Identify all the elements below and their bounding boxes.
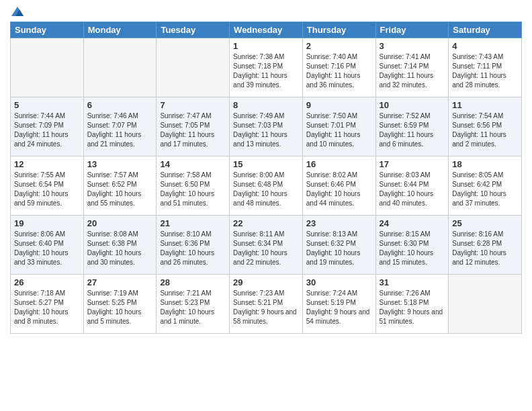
day-number: 22 <box>233 218 299 228</box>
weekday-header-friday: Friday <box>375 22 449 38</box>
day-number: 8 <box>233 100 299 110</box>
day-number: 2 <box>306 41 372 51</box>
calendar-cell: 20Sunrise: 8:08 AMSunset: 6:38 PMDayligh… <box>83 216 157 275</box>
calendar-cell: 19Sunrise: 8:06 AMSunset: 6:40 PMDayligh… <box>11 216 84 275</box>
calendar-cell: 30Sunrise: 7:24 AMSunset: 5:19 PMDayligh… <box>302 275 375 334</box>
calendar-cell: 22Sunrise: 8:11 AMSunset: 6:34 PMDayligh… <box>230 216 303 275</box>
day-number: 12 <box>14 159 80 169</box>
day-info: Sunrise: 7:44 AMSunset: 7:09 PMDaylight:… <box>14 111 80 149</box>
day-info: Sunrise: 8:15 AMSunset: 6:30 PMDaylight:… <box>380 230 445 267</box>
calendar-cell: 16Sunrise: 8:02 AMSunset: 6:46 PMDayligh… <box>302 156 375 216</box>
day-info: Sunrise: 8:16 AMSunset: 6:28 PMDaylight:… <box>452 230 518 267</box>
day-info: Sunrise: 7:49 AMSunset: 7:03 PMDaylight:… <box>233 111 299 149</box>
calendar-cell <box>83 38 157 97</box>
calendar-cell: 2Sunrise: 7:40 AMSunset: 7:16 PMDaylight… <box>302 38 375 97</box>
day-info: Sunrise: 7:58 AMSunset: 6:50 PMDaylight:… <box>160 171 226 208</box>
day-number: 3 <box>380 41 445 51</box>
day-info: Sunrise: 8:03 AMSunset: 6:44 PMDaylight:… <box>380 171 445 208</box>
day-info: Sunrise: 7:41 AMSunset: 7:14 PMDaylight:… <box>380 52 445 90</box>
day-number: 9 <box>306 100 372 110</box>
day-number: 18 <box>452 159 518 169</box>
day-number: 5 <box>14 100 80 110</box>
day-number: 20 <box>87 218 153 228</box>
day-info: Sunrise: 7:21 AMSunset: 5:23 PMDaylight:… <box>160 289 226 326</box>
day-info: Sunrise: 8:13 AMSunset: 6:32 PMDaylight:… <box>306 230 372 267</box>
day-number: 26 <box>14 277 80 287</box>
day-number: 29 <box>233 277 299 287</box>
calendar-cell: 4Sunrise: 7:43 AMSunset: 7:11 PMDaylight… <box>449 38 522 97</box>
calendar-cell: 6Sunrise: 7:46 AMSunset: 7:07 PMDaylight… <box>83 97 157 156</box>
calendar-cell: 21Sunrise: 8:10 AMSunset: 6:36 PMDayligh… <box>157 216 230 275</box>
day-number: 31 <box>380 277 445 287</box>
day-number: 6 <box>87 100 153 110</box>
weekday-header-monday: Monday <box>83 22 157 38</box>
calendar-cell: 5Sunrise: 7:44 AMSunset: 7:09 PMDaylight… <box>11 97 84 156</box>
day-info: Sunrise: 8:05 AMSunset: 6:42 PMDaylight:… <box>452 171 518 208</box>
calendar-cell <box>449 275 522 334</box>
day-number: 24 <box>380 218 445 228</box>
day-info: Sunrise: 7:57 AMSunset: 6:52 PMDaylight:… <box>87 171 153 208</box>
calendar-week-row: 19Sunrise: 8:06 AMSunset: 6:40 PMDayligh… <box>11 216 522 275</box>
day-info: Sunrise: 8:11 AMSunset: 6:34 PMDaylight:… <box>233 230 299 267</box>
calendar-cell: 26Sunrise: 7:18 AMSunset: 5:27 PMDayligh… <box>11 275 84 334</box>
day-number: 7 <box>160 100 226 110</box>
day-number: 14 <box>160 159 226 169</box>
calendar-cell: 13Sunrise: 7:57 AMSunset: 6:52 PMDayligh… <box>83 156 157 216</box>
page-container: SundayMondayTuesdayWednesdayThursdayFrid… <box>0 0 532 340</box>
day-info: Sunrise: 7:43 AMSunset: 7:11 PMDaylight:… <box>452 52 518 90</box>
day-info: Sunrise: 8:10 AMSunset: 6:36 PMDaylight:… <box>160 230 226 267</box>
day-number: 4 <box>452 41 518 51</box>
calendar-week-row: 26Sunrise: 7:18 AMSunset: 5:27 PMDayligh… <box>11 275 522 334</box>
day-info: Sunrise: 7:50 AMSunset: 7:01 PMDaylight:… <box>306 111 372 149</box>
day-number: 1 <box>233 41 299 51</box>
weekday-header-wednesday: Wednesday <box>230 22 303 38</box>
logo <box>10 7 24 16</box>
day-info: Sunrise: 7:46 AMSunset: 7:07 PMDaylight:… <box>87 111 153 149</box>
day-info: Sunrise: 7:52 AMSunset: 6:59 PMDaylight:… <box>380 111 445 149</box>
day-info: Sunrise: 7:40 AMSunset: 7:16 PMDaylight:… <box>306 52 372 90</box>
day-number: 28 <box>160 277 226 287</box>
calendar-cell: 15Sunrise: 8:00 AMSunset: 6:48 PMDayligh… <box>230 156 303 216</box>
calendar-cell: 23Sunrise: 8:13 AMSunset: 6:32 PMDayligh… <box>302 216 375 275</box>
weekday-header-sunday: Sunday <box>11 22 84 38</box>
weekday-header-saturday: Saturday <box>449 22 522 38</box>
weekday-header-thursday: Thursday <box>302 22 375 38</box>
calendar-cell: 12Sunrise: 7:55 AMSunset: 6:54 PMDayligh… <box>11 156 84 216</box>
calendar-cell <box>157 38 230 97</box>
day-number: 30 <box>306 277 372 287</box>
day-number: 11 <box>452 100 518 110</box>
day-info: Sunrise: 7:23 AMSunset: 5:21 PMDaylight:… <box>233 289 299 326</box>
calendar-cell <box>11 38 84 97</box>
day-info: Sunrise: 7:47 AMSunset: 7:05 PMDaylight:… <box>160 111 226 149</box>
calendar-cell: 10Sunrise: 7:52 AMSunset: 6:59 PMDayligh… <box>375 97 449 156</box>
calendar-cell: 8Sunrise: 7:49 AMSunset: 7:03 PMDaylight… <box>230 97 303 156</box>
calendar-cell: 18Sunrise: 8:05 AMSunset: 6:42 PMDayligh… <box>449 156 522 216</box>
day-info: Sunrise: 7:19 AMSunset: 5:25 PMDaylight:… <box>87 289 153 326</box>
calendar-cell: 29Sunrise: 7:23 AMSunset: 5:21 PMDayligh… <box>230 275 303 334</box>
day-info: Sunrise: 8:06 AMSunset: 6:40 PMDaylight:… <box>14 230 80 267</box>
day-number: 15 <box>233 159 299 169</box>
calendar-cell: 1Sunrise: 7:38 AMSunset: 7:18 PMDaylight… <box>230 38 303 97</box>
calendar-table: SundayMondayTuesdayWednesdayThursdayFrid… <box>10 21 522 334</box>
calendar-cell: 31Sunrise: 7:26 AMSunset: 5:18 PMDayligh… <box>375 275 449 334</box>
calendar-cell: 9Sunrise: 7:50 AMSunset: 7:01 PMDaylight… <box>302 97 375 156</box>
day-info: Sunrise: 8:02 AMSunset: 6:46 PMDaylight:… <box>306 171 372 208</box>
day-info: Sunrise: 7:26 AMSunset: 5:18 PMDaylight:… <box>380 289 445 326</box>
day-info: Sunrise: 8:00 AMSunset: 6:48 PMDaylight:… <box>233 171 299 208</box>
page-header <box>10 7 522 16</box>
day-info: Sunrise: 7:38 AMSunset: 7:18 PMDaylight:… <box>233 52 299 90</box>
day-number: 17 <box>380 159 445 169</box>
logo-icon <box>11 7 24 16</box>
calendar-cell: 24Sunrise: 8:15 AMSunset: 6:30 PMDayligh… <box>375 216 449 275</box>
calendar-cell: 3Sunrise: 7:41 AMSunset: 7:14 PMDaylight… <box>375 38 449 97</box>
calendar-week-row: 12Sunrise: 7:55 AMSunset: 6:54 PMDayligh… <box>11 156 522 216</box>
calendar-week-row: 1Sunrise: 7:38 AMSunset: 7:18 PMDaylight… <box>11 38 522 97</box>
day-number: 21 <box>160 218 226 228</box>
calendar-week-row: 5Sunrise: 7:44 AMSunset: 7:09 PMDaylight… <box>11 97 522 156</box>
weekday-header-tuesday: Tuesday <box>157 22 230 38</box>
day-info: Sunrise: 7:55 AMSunset: 6:54 PMDaylight:… <box>14 171 80 208</box>
calendar-cell: 11Sunrise: 7:54 AMSunset: 6:56 PMDayligh… <box>449 97 522 156</box>
calendar-cell: 14Sunrise: 7:58 AMSunset: 6:50 PMDayligh… <box>157 156 230 216</box>
calendar-cell: 7Sunrise: 7:47 AMSunset: 7:05 PMDaylight… <box>157 97 230 156</box>
day-number: 25 <box>452 218 518 228</box>
